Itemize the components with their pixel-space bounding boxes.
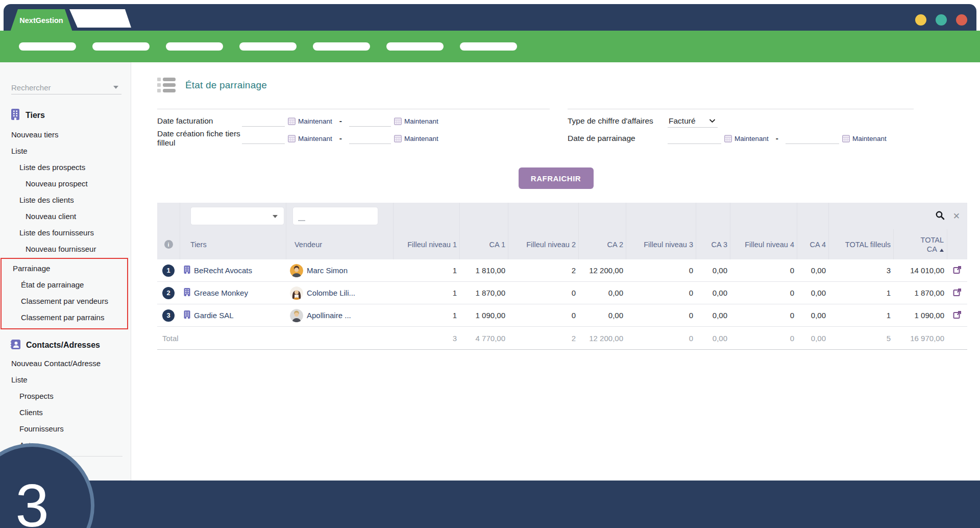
sidebar-item-nouveau-tiers[interactable]: Nouveau tiers bbox=[0, 126, 131, 142]
sidebar-item-contacts-clients[interactable]: Clients bbox=[0, 404, 131, 420]
column-header-total-ca[interactable]: TOTAL CA bbox=[893, 229, 947, 259]
red-dot-icon[interactable] bbox=[956, 14, 967, 26]
column-header-f3[interactable]: Filleul niveau 3 bbox=[626, 229, 696, 259]
title-bar: NextGestion bbox=[4, 4, 976, 31]
date-creation-from-input[interactable] bbox=[242, 133, 285, 144]
column-header-ca2[interactable]: CA 2 bbox=[578, 229, 626, 259]
column-header-total-filleuls[interactable]: TOTAL filleuls bbox=[828, 229, 893, 259]
column-header-tiers[interactable]: Tiers bbox=[180, 229, 286, 259]
dropdown-triangle-icon bbox=[273, 215, 278, 218]
calendar-icon[interactable] bbox=[724, 135, 732, 142]
maintenant-link[interactable]: Maintenant bbox=[852, 135, 887, 142]
maintenant-link[interactable]: Maintenant bbox=[298, 135, 332, 142]
table-row[interactable]: 2 Grease Monkey Colombe Lili... 1 1 870,… bbox=[157, 282, 967, 304]
nav-pill-1[interactable] bbox=[19, 42, 76, 51]
clear-filters-icon[interactable]: ✕ bbox=[953, 211, 960, 222]
refresh-button[interactable]: RAFRAICHIR bbox=[519, 167, 594, 189]
sidebar-section-label: Tiers bbox=[26, 111, 45, 120]
sidebar-item-contacts-prospects[interactable]: Prospects bbox=[0, 388, 131, 404]
open-link-icon[interactable] bbox=[953, 266, 962, 276]
teal-dot-icon[interactable] bbox=[936, 14, 947, 26]
column-header-f4[interactable]: Filleul niveau 4 bbox=[730, 229, 797, 259]
date-parrainage-to-input[interactable] bbox=[786, 133, 839, 144]
total-ca3: 0,00 bbox=[696, 327, 730, 349]
nav-pill-3[interactable] bbox=[166, 42, 223, 51]
date-range-separator: - bbox=[776, 134, 778, 143]
info-icon[interactable]: i bbox=[164, 240, 173, 249]
open-link-icon[interactable] bbox=[953, 310, 962, 321]
sidebar-item-contacts-fournisseurs[interactable]: Fournisseurs bbox=[0, 420, 131, 437]
brand-logo[interactable]: NextGestion bbox=[10, 9, 72, 32]
tiers-name[interactable]: Gardie SAL bbox=[194, 311, 234, 320]
total-f3: 0 bbox=[626, 327, 696, 349]
maintenant-link[interactable]: Maintenant bbox=[734, 135, 769, 142]
nav-pill-2[interactable] bbox=[92, 42, 150, 51]
calendar-icon[interactable] bbox=[288, 117, 296, 125]
column-header-ca3[interactable]: CA 3 bbox=[696, 229, 730, 259]
tiers-name[interactable]: Grease Monkey bbox=[194, 289, 248, 297]
open-link-icon[interactable] bbox=[953, 288, 962, 298]
nav-pill-4[interactable] bbox=[239, 42, 297, 51]
tiers-name[interactable]: BeRecht Avocats bbox=[194, 266, 252, 275]
sidebar-item-classement-par-parrains[interactable]: Classement par parrains bbox=[2, 309, 127, 325]
column-header-vendeur[interactable]: Vendeur bbox=[286, 229, 393, 259]
nav-pill-6[interactable] bbox=[386, 42, 444, 51]
sidebar-item-liste[interactable]: Liste bbox=[0, 142, 131, 159]
cell-ca4: 0,00 bbox=[797, 259, 828, 281]
search-icon[interactable] bbox=[935, 210, 945, 222]
sidebar-item-liste-des-prospects[interactable]: Liste des prospects bbox=[0, 159, 131, 175]
column-header-f2[interactable]: Filleul niveau 2 bbox=[508, 229, 578, 259]
sidebar-section-contacts[interactable]: Contacts/Adresses bbox=[0, 338, 131, 353]
maintenant-link[interactable]: Maintenant bbox=[298, 117, 332, 125]
calendar-icon[interactable] bbox=[394, 117, 402, 125]
building-icon bbox=[184, 310, 190, 320]
table-row[interactable]: 1 BeRecht Avocats Marc Simon 1 1 810,00 … bbox=[157, 259, 967, 282]
cell-f1: 1 bbox=[393, 304, 459, 326]
maintenant-link[interactable]: Maintenant bbox=[404, 135, 438, 142]
column-header-ca1[interactable]: CA 1 bbox=[459, 229, 508, 259]
calendar-icon[interactable] bbox=[842, 135, 850, 142]
footer-band bbox=[0, 481, 980, 528]
tiers-menu: Nouveau tiers Liste Liste des prospects … bbox=[0, 126, 131, 257]
vendeur-name[interactable]: Apollinaire ... bbox=[307, 311, 351, 320]
building-icon bbox=[10, 109, 20, 122]
nav-pill-7[interactable] bbox=[460, 42, 517, 51]
sort-ascending-icon bbox=[940, 249, 944, 252]
nav-pill-5[interactable] bbox=[313, 42, 370, 51]
cell-ca2: 0,00 bbox=[578, 282, 626, 304]
column-header-f1[interactable]: Filleul niveau 1 bbox=[393, 229, 459, 259]
calendar-icon[interactable] bbox=[394, 135, 402, 142]
search-input[interactable]: Rechercher bbox=[11, 81, 121, 94]
vendeur-filter-input[interactable] bbox=[292, 207, 378, 225]
yellow-dot-icon[interactable] bbox=[915, 14, 926, 26]
sidebar-item-nouveau-prospect[interactable]: Nouveau prospect bbox=[0, 175, 131, 191]
vendeur-name[interactable]: Marc Simon bbox=[307, 266, 348, 275]
column-header-ca4[interactable]: CA 4 bbox=[797, 229, 828, 259]
cell-f4: 0 bbox=[730, 259, 797, 281]
filter-label: Date création fiche tiers filleul bbox=[157, 129, 242, 148]
rank-badge: 2 bbox=[162, 287, 175, 299]
sidebar-item-etat-de-parrainage[interactable]: État de parrainage bbox=[2, 276, 127, 293]
calendar-icon[interactable] bbox=[288, 135, 296, 142]
sidebar-item-liste-des-fournisseurs[interactable]: Liste des fournisseurs bbox=[0, 224, 131, 241]
sidebar-item-liste-des-clients[interactable]: Liste des clients bbox=[0, 191, 131, 208]
avatar bbox=[290, 309, 303, 322]
sidebar-item-contacts-liste[interactable]: Liste bbox=[0, 371, 131, 388]
date-creation-to-input[interactable] bbox=[349, 133, 391, 144]
type-ca-select[interactable]: Facturé bbox=[668, 114, 718, 128]
sidebar-item-classement-par-vendeurs[interactable]: Classement par vendeurs bbox=[2, 293, 127, 309]
sidebar-item-nouveau-client[interactable]: Nouveau client bbox=[0, 208, 131, 224]
date-parrainage-from-input[interactable] bbox=[668, 133, 721, 144]
sidebar-item-parrainage[interactable]: Parrainage bbox=[2, 260, 127, 276]
table-row[interactable]: 3 Gardie SAL Apollinaire ... 1 1 090,00 … bbox=[157, 304, 967, 327]
cell-total-ca: 1 870,00 bbox=[893, 282, 947, 304]
sidebar-item-nouveau-fournisseur[interactable]: Nouveau fournisseur bbox=[0, 241, 131, 257]
sidebar-item-nouveau-contact[interactable]: Nouveau Contact/Adresse bbox=[0, 355, 131, 371]
tiers-filter-dropdown[interactable] bbox=[190, 207, 284, 225]
search-placeholder: Rechercher bbox=[11, 83, 51, 92]
date-facturation-to-input[interactable] bbox=[349, 115, 391, 127]
maintenant-link[interactable]: Maintenant bbox=[404, 117, 438, 125]
vendeur-name[interactable]: Colombe Lili... bbox=[307, 289, 355, 297]
date-facturation-from-input[interactable] bbox=[242, 115, 285, 127]
sidebar-section-tiers[interactable]: Tiers bbox=[0, 108, 131, 123]
